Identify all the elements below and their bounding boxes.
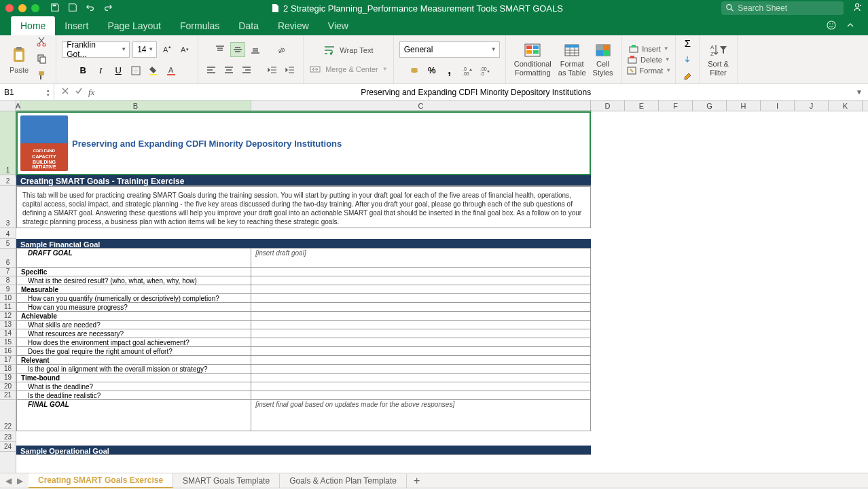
timebound-q1[interactable]: What is the deadline? — [17, 382, 251, 391]
row-header-8[interactable]: 8 — [0, 276, 16, 285]
final-goal-label[interactable]: FINAL GOAL — [17, 400, 251, 431]
align-left-icon[interactable] — [204, 62, 219, 77]
row-header-16[interactable]: 16 — [0, 347, 16, 356]
formula-input[interactable] — [101, 88, 850, 97]
description-cell[interactable]: This tab will be used for practicing cre… — [16, 186, 591, 228]
row-header-11[interactable]: 11 — [0, 303, 16, 312]
cell-b1-selected[interactable]: CDFI FUND CAPACITY BUILDING INITIATIVE P… — [16, 111, 591, 175]
specific-q[interactable]: What is the desired result? (who, what, … — [17, 276, 251, 285]
share-icon[interactable] — [852, 2, 863, 15]
align-right-icon[interactable] — [239, 62, 254, 77]
achievable-q3[interactable]: How does the environment impact goal ach… — [17, 338, 251, 346]
delete-cells-button[interactable]: Delete▼ — [627, 55, 670, 65]
expand-formula-bar-icon[interactable]: ▼ — [850, 88, 868, 96]
relevant-label[interactable]: Relevant — [17, 356, 251, 364]
underline-icon[interactable]: U — [111, 63, 126, 78]
fill-color-icon[interactable] — [146, 63, 161, 78]
format-as-table-button[interactable]: Format as Table — [556, 41, 589, 77]
tab-review[interactable]: Review — [268, 16, 319, 35]
tab-data[interactable]: Data — [229, 16, 268, 35]
col-header-e[interactable]: E — [625, 101, 659, 111]
row-header-21[interactable]: 21 — [0, 391, 16, 400]
font-name-select[interactable]: Franklin Got...▼ — [62, 41, 130, 58]
increase-indent-icon[interactable] — [283, 62, 297, 77]
tab-insert[interactable]: Insert — [55, 16, 98, 35]
tab-formulas[interactable]: Formulas — [170, 16, 229, 35]
sheet-tab-3[interactable]: Goals & Action Plan Template — [280, 474, 407, 488]
fx-icon[interactable]: fx — [88, 87, 94, 98]
align-top-icon[interactable] — [213, 42, 228, 57]
row-header-19[interactable]: 19 — [0, 374, 16, 382]
col-header-c[interactable]: C — [251, 101, 591, 111]
cut-icon[interactable] — [35, 36, 48, 49]
row-header-15[interactable]: 15 — [0, 338, 16, 347]
achievable-q4[interactable]: Does the goal require the right amount o… — [17, 347, 251, 355]
sort-filter-button[interactable]: AZ Sort & Filter — [705, 41, 731, 77]
minimize-window-button[interactable] — [18, 4, 26, 12]
autosum-icon[interactable]: Σ — [680, 36, 695, 51]
format-painter-icon[interactable] — [35, 70, 48, 83]
row-header-24[interactable]: 24 — [0, 442, 16, 452]
relevant-q[interactable]: Is the goal in alignment with the overal… — [17, 365, 251, 373]
clear-icon[interactable] — [680, 69, 695, 84]
col-header-d[interactable]: D — [591, 101, 625, 111]
copy-icon[interactable] — [35, 53, 48, 66]
collapse-ribbon-icon[interactable] — [845, 20, 856, 33]
paste-button[interactable]: Paste — [5, 43, 33, 77]
font-size-select[interactable]: 14▼ — [132, 41, 157, 58]
search-sheet-input[interactable] — [721, 1, 844, 15]
conditional-formatting-button[interactable]: Conditional Formatting — [511, 41, 554, 77]
col-header-i[interactable]: I — [761, 101, 795, 111]
align-middle-icon[interactable] — [230, 42, 245, 57]
row-header-5[interactable]: 5 — [0, 239, 16, 249]
row-header-14[interactable]: 14 — [0, 329, 16, 338]
merge-center-button[interactable]: Merge & Center ▼ — [309, 64, 388, 75]
row-header-20[interactable]: 20 — [0, 382, 16, 391]
measurable-q1[interactable]: How can you quantify (numerically or des… — [17, 294, 251, 302]
tab-page-layout[interactable]: Page Layout — [98, 16, 170, 35]
italic-icon[interactable]: I — [93, 63, 108, 78]
confirm-formula-icon[interactable] — [75, 87, 83, 97]
wrap-text-button[interactable]: Wrap Text — [323, 45, 373, 56]
achievable-q2[interactable]: What resources are necessary? — [17, 329, 251, 338]
next-sheet-icon[interactable]: ▶ — [17, 476, 23, 486]
draft-goal-value[interactable]: [insert draft goal] — [251, 249, 590, 267]
row-header-22[interactable]: 22 — [0, 400, 16, 431]
col-header-g[interactable]: G — [693, 101, 727, 111]
measurable-q2[interactable]: How can you measure progress? — [17, 303, 251, 311]
col-header-f[interactable]: F — [659, 101, 693, 111]
orientation-icon[interactable]: ab — [274, 42, 289, 57]
tab-home[interactable]: Home — [11, 16, 55, 35]
row-header-18[interactable]: 18 — [0, 365, 16, 374]
specific-label[interactable]: Specific — [17, 268, 251, 276]
col-header-b[interactable]: B — [20, 101, 251, 111]
row-header-7[interactable]: 7 — [0, 268, 16, 276]
percent-icon[interactable]: % — [424, 63, 439, 78]
row-header-12[interactable]: 12 — [0, 312, 16, 321]
row-header-6[interactable]: 6 — [0, 249, 16, 268]
fill-icon[interactable] — [680, 52, 695, 67]
insert-cells-button[interactable]: Insert▼ — [628, 44, 668, 54]
prev-sheet-icon[interactable]: ◀ — [5, 476, 12, 486]
help-icon[interactable] — [826, 20, 837, 33]
decrease-indent-icon[interactable] — [265, 62, 280, 77]
close-window-button[interactable] — [5, 4, 14, 12]
align-bottom-icon[interactable] — [248, 42, 263, 57]
row-header-9[interactable]: 9 — [0, 285, 16, 294]
draft-goal-label[interactable]: DRAFT GOAL — [17, 249, 251, 267]
undo-icon[interactable] — [86, 3, 95, 14]
align-center-icon[interactable] — [221, 62, 236, 77]
final-goal-value[interactable]: [insert final goal based on updates made… — [251, 400, 590, 431]
row-header-2[interactable]: 2 — [0, 175, 16, 186]
save-icon[interactable] — [50, 3, 60, 14]
add-sheet-button[interactable]: + — [407, 475, 427, 487]
comma-icon[interactable]: , — [442, 63, 457, 78]
sheet-tab-1[interactable]: Creating SMART Goals Exercise — [29, 473, 173, 488]
achievable-q1[interactable]: What skills are needed? — [17, 321, 251, 329]
row-header-23[interactable]: 23 — [0, 431, 16, 442]
row-header-3[interactable]: 3 — [0, 186, 16, 228]
row-header-1[interactable]: 1 — [0, 111, 16, 175]
decrease-decimal-icon[interactable]: .00.0 — [477, 63, 492, 78]
achievable-label[interactable]: Achievable — [17, 312, 251, 320]
redo-icon[interactable] — [103, 3, 113, 14]
